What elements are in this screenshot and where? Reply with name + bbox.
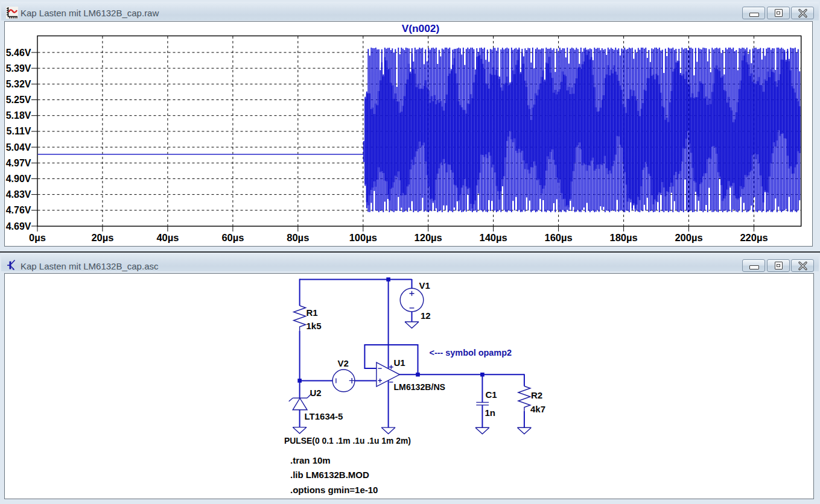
- svg-text:20µs: 20µs: [91, 232, 113, 243]
- svg-text:1n: 1n: [485, 408, 496, 418]
- svg-text:0µs: 0µs: [29, 232, 46, 243]
- svg-text:R1: R1: [307, 307, 318, 318]
- svg-text:.options gmin=1e-10: .options gmin=1e-10: [290, 485, 378, 495]
- svg-text:160µs: 160µs: [544, 232, 572, 243]
- svg-text:220µs: 220µs: [740, 232, 768, 243]
- svg-text:4.69V: 4.69V: [6, 221, 31, 232]
- svg-text:40µs: 40µs: [156, 232, 179, 243]
- svg-text:.lib LM6132B.MOD: .lib LM6132B.MOD: [290, 470, 369, 480]
- svg-text:U2: U2: [310, 388, 322, 398]
- svg-text:5.25V: 5.25V: [6, 95, 31, 105]
- svg-text:C1: C1: [486, 389, 497, 400]
- svg-text:V2: V2: [338, 358, 349, 368]
- svg-text:5.18V: 5.18V: [6, 110, 31, 121]
- svg-text:100µs: 100µs: [349, 232, 377, 243]
- svg-text:5.46V: 5.46V: [6, 48, 31, 58]
- svg-text:4.97V: 4.97V: [6, 158, 31, 168]
- svg-text:80µs: 80µs: [287, 232, 309, 243]
- svg-text:LM6132B/NS: LM6132B/NS: [394, 382, 446, 392]
- svg-text:4.76V: 4.76V: [6, 205, 31, 215]
- svg-text:180µs: 180µs: [609, 232, 637, 243]
- svg-text:<--- symbol opamp2: <--- symbol opamp2: [430, 347, 512, 358]
- svg-text:V(n002): V(n002): [402, 24, 440, 34]
- svg-text:12: 12: [421, 310, 431, 321]
- svg-text:4k7: 4k7: [530, 404, 545, 414]
- svg-text:5.11V: 5.11V: [7, 126, 31, 136]
- svg-text:200µs: 200µs: [675, 232, 702, 243]
- svg-text:4.90V: 4.90V: [6, 174, 31, 184]
- svg-text:.tran 10m: .tran 10m: [290, 455, 331, 465]
- svg-text:60µs: 60µs: [221, 232, 244, 243]
- svg-text:LT1634-5: LT1634-5: [305, 411, 343, 421]
- svg-text:4.83V: 4.83V: [6, 189, 31, 200]
- svg-text:1k5: 1k5: [307, 321, 322, 331]
- svg-text:140µs: 140µs: [479, 232, 507, 243]
- svg-text:V1: V1: [419, 280, 430, 291]
- svg-text:120µs: 120µs: [415, 232, 442, 243]
- svg-text:R2: R2: [531, 390, 542, 400]
- svg-text:5.04V: 5.04V: [6, 142, 31, 153]
- svg-text:5.39V: 5.39V: [6, 63, 31, 74]
- svg-text:U1: U1: [394, 358, 405, 368]
- svg-text:PULSE(0 0.1 .1m .1u .1u 1m 2m): PULSE(0 0.1 .1m .1u .1u 1m 2m): [284, 435, 411, 446]
- svg-text:5.32V: 5.32V: [6, 79, 31, 89]
